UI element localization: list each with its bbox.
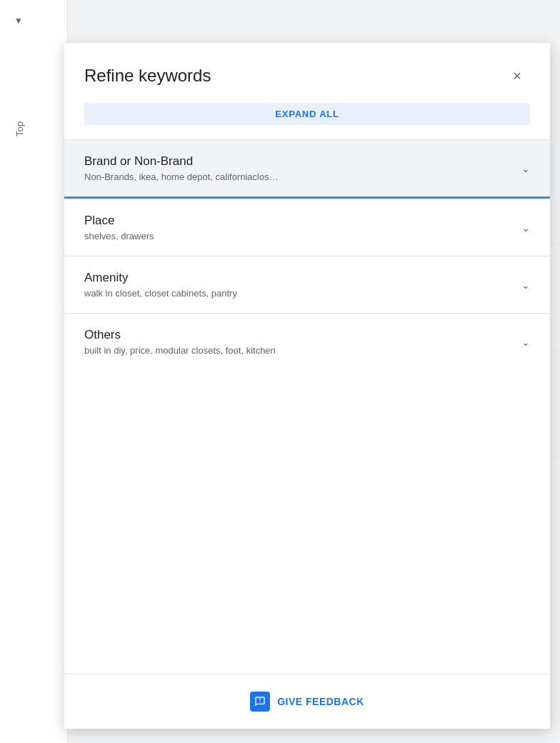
section-title: Others (84, 328, 276, 342)
section-item[interactable]: Place shelves, drawers ⌄ (64, 199, 550, 256)
chevron-down-icon: ⌄ (521, 163, 530, 174)
chevron-down-icon: ⌄ (521, 222, 530, 234)
section-header: Brand or Non-Brand Non-Brands, ikea, hom… (84, 154, 530, 182)
section-header: Others built in diy, price, modular clos… (84, 328, 530, 356)
top-left-dropdown[interactable]: ▼ (14, 16, 23, 26)
section-header: Amenity walk in closet, closet cabinets,… (84, 271, 530, 299)
chevron-down-icon: ⌄ (521, 279, 530, 291)
feedback-icon (250, 692, 270, 712)
section-title: Amenity (84, 271, 237, 285)
section-header: Place shelves, drawers ⌄ (84, 214, 530, 241)
section-subtitle: Non-Brands, ikea, home depot, california… (84, 171, 279, 182)
close-button[interactable]: × (504, 63, 530, 89)
panel-body: Brand or Non-Brand Non-Brands, ikea, hom… (64, 139, 550, 674)
section-text: Others built in diy, price, modular clos… (84, 328, 276, 356)
chevron-down-icon: ⌄ (521, 336, 530, 348)
section-subtitle: walk in closet, closet cabinets, pantry (84, 288, 237, 299)
give-feedback-button[interactable]: GIVE FEEDBACK (250, 692, 364, 712)
expand-all-button[interactable]: EXPAND ALL (84, 103, 530, 125)
section-subtitle: built in diy, price, modular closets, fo… (84, 345, 276, 356)
panel-header: Refine keywords × (64, 43, 550, 103)
refine-keywords-panel: Refine keywords × EXPAND ALL Brand or No… (64, 43, 550, 729)
section-item[interactable]: Brand or Non-Brand Non-Brands, ikea, hom… (64, 139, 550, 199)
section-title: Place (84, 214, 154, 228)
section-title: Brand or Non-Brand (84, 154, 279, 169)
section-subtitle: shelves, drawers (84, 231, 154, 241)
panel-footer: GIVE FEEDBACK (64, 674, 550, 729)
section-text: Brand or Non-Brand Non-Brands, ikea, hom… (84, 154, 279, 182)
section-text: Amenity walk in closet, closet cabinets,… (84, 271, 237, 299)
background-chart: Top (0, 0, 68, 743)
panel-title: Refine keywords (84, 66, 211, 86)
section-item[interactable]: Others built in diy, price, modular clos… (64, 313, 550, 370)
section-item[interactable]: Amenity walk in closet, closet cabinets,… (64, 256, 550, 313)
chart-label: Top (14, 121, 25, 136)
feedback-label: GIVE FEEDBACK (277, 696, 364, 707)
section-text: Place shelves, drawers (84, 214, 154, 241)
